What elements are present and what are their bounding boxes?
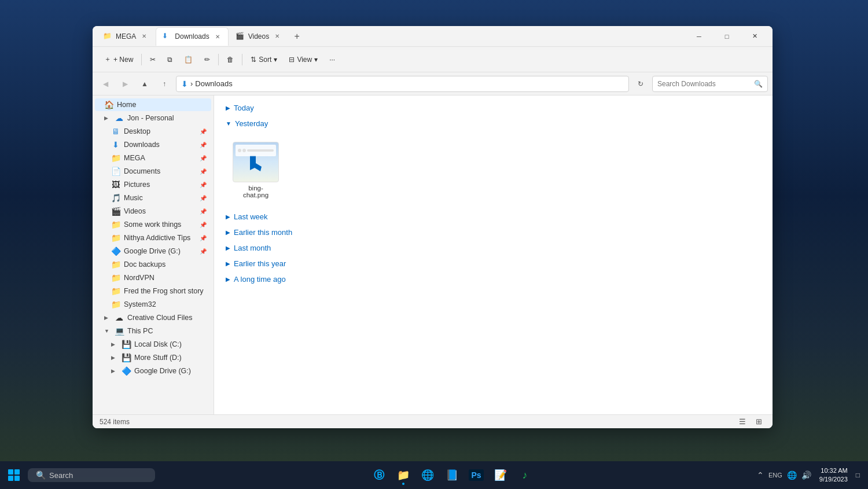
paste-icon: 📋: [184, 56, 193, 64]
start-sq-1: [8, 469, 13, 475]
delete-button[interactable]: 🗑: [222, 53, 238, 66]
close-button[interactable]: ✕: [741, 27, 768, 46]
taskbar-app-photoshop[interactable]: Ps: [465, 464, 488, 487]
group-earlier-this-month[interactable]: ▶ Earlier this month: [223, 225, 763, 240]
sidebar: 🏠 Home ▶ ☁ Jon - Personal 🖥 Desktop 📌 ⬇ …: [93, 95, 214, 414]
downloads-tab-close[interactable]: ✕: [213, 32, 222, 41]
sidebar-item-pictures[interactable]: 🖼 Pictures 📌: [95, 178, 211, 191]
taskbar-app-chrome[interactable]: 🌐: [416, 464, 439, 487]
speaker-icon[interactable]: 🔊: [800, 469, 812, 481]
sidebar-item-creative-cloud[interactable]: ▶ ☁ Creative Cloud Files: [95, 311, 211, 324]
sidebar-item-documents[interactable]: 📄 Documents 📌: [95, 165, 211, 178]
sidebar-item-mega[interactable]: 📁 MEGA 📌: [95, 152, 211, 164]
notification-icon[interactable]: □: [855, 470, 861, 480]
file-item-bing-chat[interactable]: bing-chat.png: [233, 138, 279, 202]
sidebar-item-local-disk-c[interactable]: ▶ 💾 Local Disk (C:): [95, 338, 211, 351]
group-last-week[interactable]: ▶ Last week: [223, 209, 763, 225]
path-separator: ›: [190, 79, 193, 88]
clock[interactable]: 10:32 AM 9/19/2023: [815, 465, 852, 486]
address-path[interactable]: ⬇ › Downloads: [176, 76, 629, 92]
sidebar-item-nordvpn[interactable]: 📁 NordVPN: [95, 271, 211, 284]
sidebar-item-doc-backups[interactable]: 📁 Doc backups: [95, 258, 211, 271]
file-view: ▶ Today ▼ Yesterday: [214, 95, 773, 414]
sidebar-home-label: Home: [117, 101, 136, 109]
sidebar-item-gdrive[interactable]: 🔷 Google Drive (G:) 📌: [95, 245, 211, 258]
up-arrow-button[interactable]: ▲: [137, 76, 153, 92]
group-last-month[interactable]: ▶ Last month: [223, 240, 763, 256]
sidebar-item-system32[interactable]: 📁 System32: [95, 298, 211, 311]
status-bar: 524 items ☰ ⊞: [93, 414, 773, 428]
taskbar-app-spotify[interactable]: ♪: [513, 464, 536, 487]
list-view-button[interactable]: ☰: [735, 416, 749, 428]
taskbar-app-bing[interactable]: Ⓑ: [367, 464, 391, 487]
sidebar-item-home[interactable]: 🏠 Home: [95, 98, 211, 111]
back-button[interactable]: ◀: [97, 76, 113, 92]
tab-mega[interactable]: 📁 MEGA ✕: [97, 27, 155, 46]
tab-downloads[interactable]: ⬇ Downloads ✕: [156, 27, 228, 46]
item-count: 524 items: [100, 418, 130, 426]
sidebar-item-some-work-things[interactable]: 📁 Some work things 📌: [95, 218, 211, 231]
videos-sidebar-icon: 🎬: [111, 207, 120, 216]
minimize-button[interactable]: ─: [686, 27, 712, 46]
forward-button[interactable]: ▶: [117, 76, 133, 92]
up-level-button[interactable]: ↑: [156, 76, 172, 92]
window-controls: ─ □ ✕: [686, 27, 768, 46]
group-earlier-this-year[interactable]: ▶ Earlier this year: [223, 256, 763, 271]
sort-label: Sort: [259, 56, 271, 64]
sidebar-item-desktop[interactable]: 🖥 Desktop 📌: [95, 125, 211, 138]
rename-button[interactable]: ✏: [200, 53, 215, 66]
sort-button[interactable]: ⇅ Sort ▾: [246, 53, 282, 66]
start-button[interactable]: [0, 461, 28, 489]
sidebar-item-downloads[interactable]: ⬇ Downloads 📌: [95, 138, 211, 151]
toolbar-sep-1: [141, 54, 142, 65]
chevron-up-icon[interactable]: ⌃: [756, 469, 765, 481]
grid-view-button[interactable]: ⊞: [752, 416, 766, 428]
sidebar-jon-label: Jon - Personal: [127, 114, 174, 122]
a-long-time-ago-chevron-icon: ▶: [226, 276, 230, 282]
tab-videos[interactable]: 🎬 Videos ✕: [230, 27, 288, 46]
sidebar-item-nithya[interactable]: 📁 Nithya Addictive Tips 📌: [95, 231, 211, 244]
sidebar-item-music[interactable]: 🎵 Music 📌: [95, 192, 211, 204]
local-disk-c-icon: 💾: [122, 340, 131, 349]
mini-dot-2: [242, 149, 246, 152]
group-today-label: Today: [234, 104, 254, 112]
sidebar-item-jon-personal[interactable]: ▶ ☁ Jon - Personal: [95, 112, 211, 124]
title-bar: 📁 MEGA ✕ ⬇ Downloads ✕ 🎬 Videos ✕ + ─ □ …: [93, 26, 773, 47]
copy-button[interactable]: ⧉: [163, 53, 177, 66]
more-button[interactable]: ···: [325, 53, 340, 66]
view-button[interactable]: ⊟ View ▾: [284, 53, 322, 66]
refresh-button[interactable]: ↻: [632, 76, 649, 92]
creative-cloud-expand-icon: ▶: [104, 315, 111, 321]
maximize-button[interactable]: □: [713, 27, 740, 46]
sidebar-item-more-stuff-d[interactable]: ▶ 💾 More Stuff (D:): [95, 351, 211, 364]
taskbar-app-word[interactable]: 📝: [489, 464, 512, 487]
sort-chevron-icon: ▾: [274, 56, 277, 64]
sidebar-some-work-label: Some work things: [124, 220, 181, 229]
sort-icon: ⇅: [251, 56, 256, 64]
group-today[interactable]: ▶ Today: [223, 100, 763, 116]
sidebar-item-videos[interactable]: 🎬 Videos 📌: [95, 205, 211, 218]
language-icon[interactable]: ENG: [767, 470, 784, 480]
file-explorer-taskbar-icon: 📁: [397, 469, 410, 481]
sidebar-item-gdrive-g[interactable]: ▶ 🔷 Google Drive (G:): [95, 365, 211, 377]
taskbar-search[interactable]: 🔍 Search: [28, 468, 155, 482]
search-input[interactable]: [657, 80, 752, 88]
group-yesterday[interactable]: ▼ Yesterday: [223, 116, 763, 131]
paste-button[interactable]: 📋: [179, 53, 197, 66]
sidebar-item-fred-frog[interactable]: 📁 Fred the Frog short story: [95, 285, 211, 297]
videos-tab-close[interactable]: ✕: [273, 32, 282, 41]
earlier-this-year-chevron-icon: ▶: [226, 260, 230, 267]
fred-frog-icon: 📁: [111, 286, 120, 296]
new-tab-button[interactable]: +: [289, 28, 305, 45]
sidebar-item-this-pc[interactable]: ▼ 💻 This PC: [95, 325, 211, 337]
downloads-sidebar-icon: ⬇: [111, 140, 120, 149]
network-icon[interactable]: 🌐: [786, 469, 798, 481]
taskbar-app-office[interactable]: 📘: [440, 464, 464, 487]
cut-button[interactable]: ✂: [145, 53, 160, 66]
group-a-long-time-ago[interactable]: ▶ A long time ago: [223, 271, 763, 287]
taskbar-app-file-explorer[interactable]: 📁: [392, 464, 415, 487]
mega-tab-close[interactable]: ✕: [139, 32, 149, 41]
this-pc-icon: 💻: [115, 326, 124, 336]
search-box[interactable]: 🔍: [652, 76, 768, 92]
new-button[interactable]: ＋ + New: [100, 52, 138, 67]
